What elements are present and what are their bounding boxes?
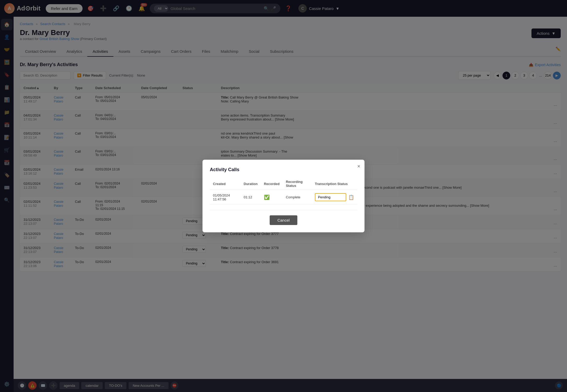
modal-cell-created: 01/05/2024 11:47:56 xyxy=(210,190,241,205)
modal-header-row: Created Duration Recorded Recording Stat… xyxy=(210,178,357,190)
modal-cell-recording-status: Complete xyxy=(283,190,312,205)
activity-calls-modal: Activity Calls × Created Duration Record… xyxy=(202,160,364,232)
modal-table: Created Duration Recorded Recording Stat… xyxy=(210,178,357,205)
cancel-button[interactable]: Cancel xyxy=(270,215,298,225)
modal-close-button[interactable]: × xyxy=(357,163,360,169)
copy-icon-button[interactable]: 📋 xyxy=(348,194,354,200)
recorded-check-icon: ✅ xyxy=(264,195,270,200)
modal-col-duration: Duration xyxy=(241,178,261,190)
transcription-cell: 📋 xyxy=(315,193,354,201)
modal-data-row: 01/05/2024 11:47:56 01:12 ✅ Complete 📋 xyxy=(210,190,357,205)
modal-cell-transcription-status: 📋 xyxy=(312,190,357,205)
modal-col-recording-status: Recording Status xyxy=(283,178,312,190)
transcription-status-input[interactable] xyxy=(315,193,346,201)
modal-overlay: Activity Calls × Created Duration Record… xyxy=(0,0,567,392)
modal-cell-duration: 01:12 xyxy=(241,190,261,205)
modal-title: Activity Calls xyxy=(210,167,357,172)
modal-col-transcription-status: Transcription Status xyxy=(312,178,357,190)
modal-col-created: Created xyxy=(210,178,241,190)
modal-col-recorded: Recorded xyxy=(261,178,283,190)
modal-cell-recorded: ✅ xyxy=(261,190,283,205)
modal-footer: Cancel xyxy=(210,215,357,225)
